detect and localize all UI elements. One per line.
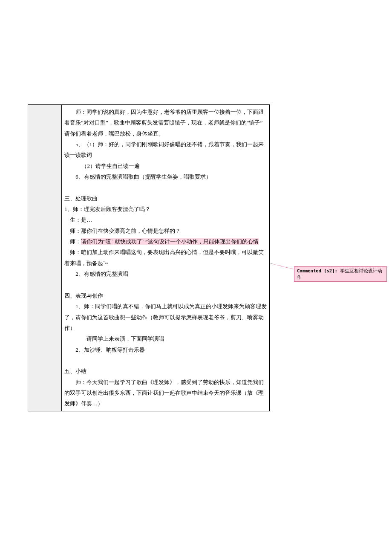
section-heading: 四、表现与创作 [64,290,267,301]
highlighted-text: 请你们为“哎` 就快成功了` ”这句设计一个小动作，只能体现出你们的心情 [81,238,259,245]
section-heading: 五、小结 [64,366,267,376]
paragraph: 2、有感情的完整演唱 [64,269,267,279]
paragraph: 师：同学们说的真好，因为生意好，老爷爷的店里顾客一位接着一位，下面跟着音乐“对对… [64,107,267,139]
comment-label: Commented [s2]: [297,268,340,273]
blank-line [64,355,267,366]
paragraph: 1、师：理完发后顾客变漂亮了吗？ [64,204,267,214]
section-heading: 三、处理歌曲 [64,193,267,204]
page: 师：同学们说的真好，因为生意好，老爷爷的店里顾客一位接着一位，下面跟着音乐“对对… [0,0,392,555]
paragraph: 师：那你们在快变漂亮之前，心情是怎样的？ [64,225,267,236]
paragraph-with-highlight: 师：请你们为“哎` 就快成功了` ”这句设计一个小动作，只能体现出你们的心情 [64,236,267,247]
comment-balloon[interactable]: Commented [s2]: 学生互相讨论设计动作 [294,266,387,282]
paragraph: 6、有感情的完整演唱歌曲（提醒学生坐姿，唱歌要求） [64,171,267,182]
paragraph: （2）请学生自己读一遍 [64,161,267,171]
blank-line [64,182,267,193]
blank-line [64,280,267,290]
paragraph: 2、加沙锤、响板等打击乐器 [64,344,267,355]
comment-connector-line [270,263,294,269]
table-left-cell [28,105,62,411]
table-content-cell: 师：同学们说的真好，因为生意好，老爷爷的店里顾客一位接着一位，下面跟着音乐“对对… [62,105,270,411]
paragraph: 5、（1）师：好的，同学们刚刚歌词好像唱的还不错，跟着节奏，我们一起来读一读歌词 [64,139,267,161]
paragraph: 师：咱们加上动作来唱唱这句，要表现出高兴的心情，但是不要叫哦，可以微笑着来唱，预… [64,247,267,269]
paragraph: 生：是… [64,214,267,225]
paragraph: 师：今天我们一起学习了歌曲《理发师》，感受到了劳动的快乐，知道凭我们的双手可以创… [64,377,267,409]
paragraph: 1、师：同学们唱的真不错，你们马上就可以成为真正的小理发师来为顾客理发了，请你们… [64,301,267,333]
paragraph: 请同学上来表演，下面同学演唱 [64,333,267,344]
document-table: 师：同学们说的真好，因为生意好，老爷爷的店里顾客一位接着一位，下面跟着音乐“对对… [28,104,270,411]
speaker-prefix: 师： [70,238,81,245]
